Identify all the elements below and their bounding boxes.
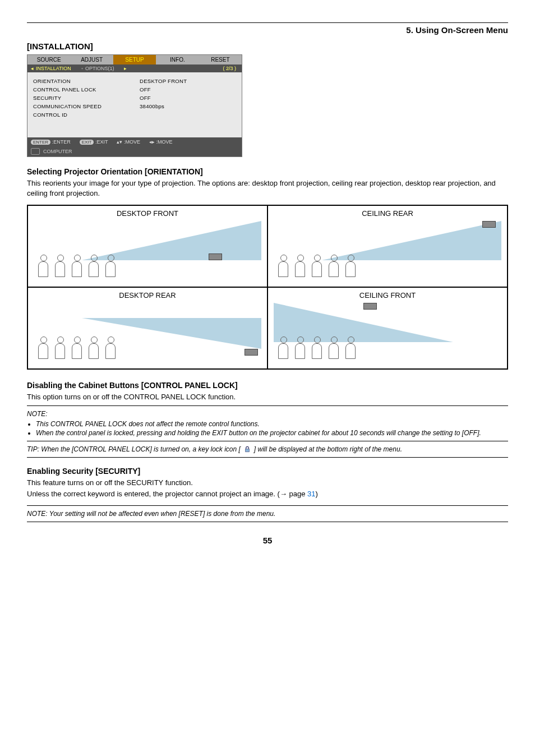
page-link-31[interactable]: 31 [307,490,315,498]
tab-setup: SETUP [113,55,156,64]
tab-reset: RESET [199,55,242,64]
subtab-arrow-right: ▸ [124,66,127,71]
tab-adjust: ADJUST [70,55,113,64]
person-icon [344,255,358,277]
projector-icon [482,221,496,228]
person-icon [311,336,324,359]
orient-desktop-rear-label: DESKTOP REAR [34,291,261,299]
page-number: 55 [27,536,508,545]
menu-item-value: OFF [140,95,151,101]
cpl-note-2: When the control panel is locked, pressi… [36,428,508,437]
person-icon [294,336,307,359]
menu-item-label: ORIENTATION [33,78,140,84]
tab-source: SOURCE [27,55,70,64]
source-label: COMPUTER [43,149,72,154]
menu-item-label: CONTROL PANEL LOCK [33,86,140,93]
menu-item-value: DESKTOP FRONT [140,78,187,84]
source-icon [31,148,40,155]
security-note: NOTE: Your setting will not be affected … [27,509,508,518]
person-icon [104,336,118,359]
cpl-body: This option turns on or off the CONTROL … [27,392,508,402]
person-icon [277,336,290,359]
person-icon [71,255,84,277]
person-icon [104,255,118,277]
move-horizontal: ◂▸ :MOVE [149,139,173,145]
person-icon [294,255,307,277]
menu-item-label: CONTROL ID [33,112,140,118]
person-icon [37,336,50,359]
person-icon [344,336,358,359]
person-icon [277,255,290,277]
note-label: NOTE: [27,409,508,418]
menu-item-value: OFF [140,86,151,93]
person-icon [37,255,50,277]
person-icon [71,336,84,359]
subtab-pager: ( 2/3 ) [220,66,238,71]
menu-item-label: SECURITY [33,95,140,101]
exit-pill: EXIT [80,140,94,145]
person-icon [328,336,341,359]
lock-icon [243,445,252,454]
menu-item-value: 38400bps [140,103,164,109]
cpl-note-1: This CONTROL PANEL LOCK does not affect … [36,420,508,428]
osd-menu-screenshot: SOURCE ADJUST SETUP INFO. RESET ◂ INSTAL… [27,54,242,157]
menu-item-label: COMMUNICATION SPEED [33,103,140,109]
projector-icon [245,349,258,356]
enter-pill: ENTER [31,140,50,145]
orientation-diagram-grid: DESKTOP FRONT CEILING REAR [27,205,508,370]
orientation-body: This reorients your image for your type … [27,178,508,198]
person-icon [87,336,101,359]
person-icon [54,255,67,277]
security-body1: This feature turns on or off the SECURIT… [27,478,508,488]
subtab-arrow-left: ◂ [31,66,34,71]
person-icon [328,255,341,277]
orientation-heading: Selecting Projector Orientation [ORIENTA… [27,167,508,176]
subtab-options1: OPTIONS(1) [85,66,114,71]
person-icon [311,255,324,277]
section-heading: [INSTALLATION] [27,42,508,51]
cpl-tip-post: ] will be displayed at the bottom right … [254,445,402,453]
chapter-title: 5. Using On-Screen Menu [27,25,508,35]
move-vertical: ▴▾ :MOVE [117,139,140,145]
tab-info: INFO. [156,55,199,64]
orient-ceiling-front-label: CEILING FRONT [274,291,501,299]
cpl-tip-pre: TIP: When the [CONTROL PANEL LOCK] is tu… [27,445,241,453]
orient-ceiling-rear-label: CEILING REAR [274,209,501,218]
cpl-heading: Disabling the Cabinet Buttons [CONTROL P… [27,381,508,390]
projector-icon [209,253,222,260]
security-heading: Enabling Security [SECURITY] [27,467,508,476]
security-body2: Unless the correct keyword is entered, t… [27,489,508,499]
projector-icon [363,303,377,310]
person-icon [54,336,67,359]
person-icon [87,255,101,277]
orient-desktop-front-label: DESKTOP FRONT [34,209,261,218]
subtab-installation: INSTALLATION [36,66,71,71]
